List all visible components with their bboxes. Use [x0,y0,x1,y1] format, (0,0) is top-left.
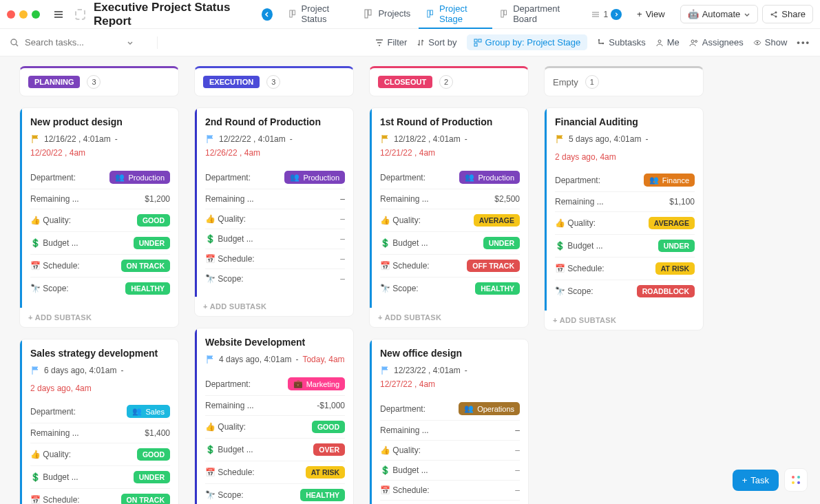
svg-rect-0 [290,10,292,17]
view-tabs: Project StatusProjectsProject StageDepar… [281,0,583,29]
search-icon [10,38,19,48]
field-row: 👍 Quality: GOOD [205,416,345,439]
field-label: 👍 Quality: [30,216,71,225]
field-row: 💲 Budget ... – [205,229,345,249]
flag-icon [30,366,40,375]
more-options-button[interactable]: ••• [797,37,810,48]
chevron-down-icon[interactable] [127,39,134,46]
field-row: Remaining ... $1,100 [555,192,695,212]
empty-value: – [515,465,520,475]
add-subtask-button[interactable]: + ADD SUBTASK [195,297,353,316]
status-pill: HEALTHY [300,489,345,501]
task-card[interactable]: Sales strategy development 6 days ago, 4… [19,339,179,504]
board-column: PLANNING 3 New product design 12/16/22 ,… [19,66,179,504]
me-button[interactable]: Me [655,37,680,48]
svg-rect-1 [293,10,295,14]
date-row: 5 days ago, 4:01am - [555,134,695,144]
field-row: 👍 Quality: AVERAGE [380,209,520,232]
kanban-board: PLANNING 3 New product design 12/16/22 ,… [0,56,820,504]
menu-button[interactable] [50,5,67,24]
svg-point-22 [797,476,800,479]
minimize-window-button[interactable] [19,10,28,19]
share-icon [770,10,778,19]
status-pill: UNDER [134,471,170,483]
field-row: Department: 👥Production [30,166,170,189]
field-label: Remaining ... [555,197,604,207]
date-row: 12/18/22 , 4:01am - 12/21/22 , 4am [380,134,520,158]
plus-icon: + [637,9,642,19]
subtasks-button[interactable]: Subtasks [597,37,645,48]
group-icon [474,39,482,47]
column-header[interactable]: Empty 1 [544,66,704,96]
task-card[interactable]: Website Development 4 days ago, 4:01am -… [194,328,354,504]
share-button[interactable]: Share [762,5,813,23]
field-label: 📅 Schedule: [205,468,255,477]
board-column: CLOSEOUT 2 1st Round of Production 12/18… [369,66,529,504]
add-view-button[interactable]: + View [630,6,672,23]
task-card[interactable]: 1st Round of Production 12/18/22 , 4:01a… [369,107,529,328]
add-subtask-button[interactable]: + ADD SUBTASK [20,308,178,327]
add-subtask-button[interactable]: + ADD SUBTASK [370,308,528,327]
department-icon: 👥 [649,176,659,185]
add-subtask-button[interactable]: + ADD SUBTASK [545,311,703,330]
svg-rect-13 [479,39,481,42]
date-row: 12/23/22 , 4:01am - 12/27/22 , 4am [380,366,520,389]
field-row: 👍 Quality: GOOD [30,443,170,466]
new-task-button[interactable]: + Task [733,470,779,491]
column-header[interactable]: EXECUTION 3 [194,66,354,96]
show-button[interactable]: Show [753,37,788,48]
overdue-date: 2 days ago, 4am [30,384,170,393]
field-row: 📅 Schedule: ON TRACK [30,255,170,277]
due-date: 12/27/22 , 4am [380,379,435,389]
close-window-button[interactable] [7,10,15,19]
department-badge: 👥Production [459,171,520,184]
field-row: 📅 Schedule: ON TRACK [30,489,170,504]
svg-point-17 [658,40,661,43]
start-date: 5 days ago, 4:01am [569,134,641,144]
field-label: 💲 Budget ... [380,238,428,248]
share-label: Share [781,9,806,19]
field-label: Department: [555,176,600,185]
department-badge: 👥Production [109,171,170,184]
view-tab[interactable]: Projects [356,0,419,29]
task-card[interactable]: Financial Auditing 5 days ago, 4:01am - … [544,107,704,330]
robot-icon: 🤖 [688,9,699,19]
maximize-window-button[interactable] [32,10,40,19]
automate-button[interactable]: 🤖 Automate [680,5,759,23]
column-header[interactable]: CLOSEOUT 2 [369,66,529,96]
field-label: 📅 Schedule: [380,485,430,495]
field-row: 💲 Budget ... UNDER [30,232,170,255]
field-label: 👍 Quality: [205,422,246,432]
plus-icon: + [742,475,748,485]
department-badge: 💼Marketing [288,377,345,390]
search-input[interactable] [25,37,121,48]
empty-value: – [515,445,520,455]
apps-button[interactable] [784,468,808,492]
field-label: 💲 Budget ... [30,472,78,482]
field-row: Remaining ... – [205,189,345,209]
more-views-button[interactable]: 1 [587,9,626,20]
task-card[interactable]: 2nd Round of Production 12/22/22 , 4:01a… [194,107,354,317]
status-pill: OVER [313,443,345,456]
groupby-button[interactable]: Group by: Project Stage [467,34,588,50]
column-header[interactable]: PLANNING 3 [19,66,179,96]
task-title: 1st Round of Production [380,116,520,127]
task-card[interactable]: New product design 12/16/22 , 4:01am - 1… [19,107,179,328]
department-icon: 👥 [290,173,299,182]
filter-button[interactable]: Filter [375,37,407,48]
assignees-button[interactable]: Assignees [689,37,744,48]
back-nav-button[interactable] [262,8,273,21]
task-card[interactable]: New office design 12/23/22 , 4:01am - 12… [369,339,529,504]
due-date: Today, 4am [302,355,344,364]
field-row: 📅 Schedule: AT RISK [205,461,345,484]
search-field[interactable] [10,37,147,48]
view-tab[interactable]: Department Board [492,0,582,29]
field-label: 👍 Quality: [380,445,421,455]
view-tab[interactable]: Project Stage [419,0,492,29]
sort-button[interactable]: Sort by [417,37,456,48]
field-row: 👍 Quality: AVERAGE [555,212,695,235]
board-column: Empty 1 Financial Auditing 5 days ago, 4… [544,66,704,330]
field-label: Remaining ... [205,194,254,204]
remaining-value: -$1,000 [317,401,345,410]
view-tab[interactable]: Project Status [281,0,357,29]
